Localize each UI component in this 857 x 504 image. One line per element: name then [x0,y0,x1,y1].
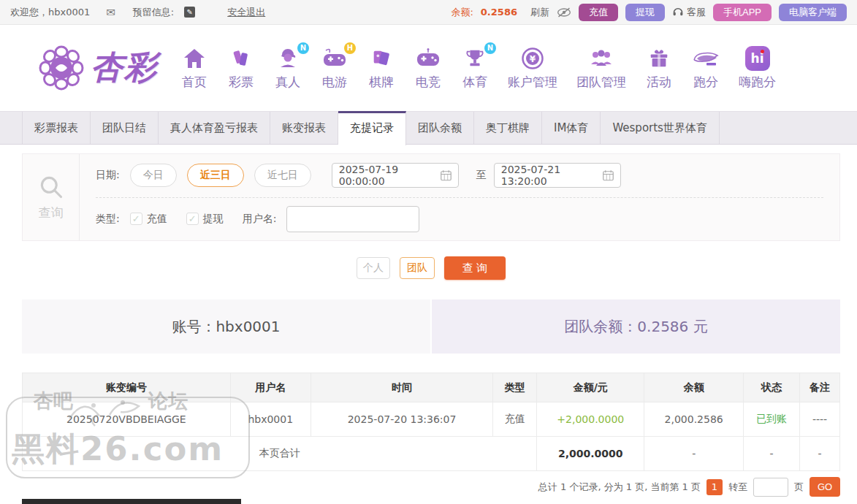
withdraw-button[interactable]: 提现 [625,4,665,21]
nav-label: 嗨跑分 [739,74,776,91]
pagination: 总计 1 个记录, 分为 1 页, 当前第 1 页 1 转至 页 GO [22,477,840,497]
team-balance-value: 0.2586 元 [637,317,707,337]
type-label: 类型: [96,213,120,226]
nav-item-lottery[interactable]: 彩票 [221,45,262,91]
recharge-checkbox[interactable]: ✓ [130,213,142,225]
nav-label: 电游 [322,74,347,91]
nav-item-esports[interactable]: 电竞 [408,45,449,91]
date-to-value: 2025-07-21 13:20:00 [501,164,603,187]
page-unit-label: 页 [794,481,804,494]
nav-label: 活动 [647,74,671,91]
main-nav: 首页 彩票 N 真人 H [174,45,782,91]
nav-item-team-management[interactable]: 团队管理 [570,45,633,91]
header-username: 用户名 [230,373,311,402]
total-status: - [744,437,800,471]
edit-icon[interactable]: ✎ [184,7,195,18]
username-label: 用户名: [243,213,277,226]
nav-label: 电竞 [416,74,441,91]
withdraw-checkbox[interactable]: ✓ [186,213,199,225]
hot-badge: H [344,42,356,54]
refresh-button[interactable]: 刷新 [530,6,549,19]
withdraw-checkbox-label: 提现 [203,213,224,226]
pc-client-button[interactable]: 电脑客户端 [779,4,847,21]
gift-icon [645,45,673,72]
goto-page-input[interactable] [753,478,788,497]
nav-item-boardgames[interactable]: 棋牌 [361,45,402,91]
header-balance: 余额 [644,373,744,402]
cell-change-id: 20250720VBDBEIAGGE [23,402,231,437]
page-1-button[interactable]: 1 [706,479,723,495]
total-amount: 2,000.0000 [537,437,644,471]
username-input[interactable] [286,206,419,232]
nav-item-hi-paofen[interactable]: hi 嗨跑分 [732,45,782,91]
search-icon [38,174,64,200]
team-button[interactable]: 团队 [400,257,435,279]
nav-item-promotions[interactable]: 活动 [639,45,679,91]
tab-lottery-report[interactable]: 彩票报表 [22,112,91,144]
tab-team-balance[interactable]: 团队余额 [406,112,474,144]
tab-deposit-withdraw-records[interactable]: 充提记录 [338,111,406,145]
recharge-button[interactable]: 充值 [579,4,618,21]
cards-icon [367,45,395,72]
tab-account-changes[interactable]: 账变报表 [270,112,338,144]
cell-type: 充值 [493,402,537,437]
header-note: 备注 [800,373,840,402]
nav-item-paofen[interactable]: 跑分 [685,45,726,91]
cell-balance: 2,000.2586 [644,402,744,437]
go-button[interactable]: GO [810,477,840,497]
summary-band: 账号： hbx0001 团队余额： 0.2586 元 [22,299,840,354]
welcome-text: 欢迎您，hbx0001 [10,6,90,19]
quick-today-button[interactable]: 今日 [130,164,177,187]
mail-icon[interactable]: ✉ [106,6,115,19]
quick-3days-button[interactable]: 近三日 [187,164,244,187]
header-amount: 金额/元 [537,373,644,402]
balance-value: 0.2586 [481,7,517,18]
cell-status: 已到账 [744,402,800,437]
search-label: 查询 [39,205,64,221]
recharge-checkbox-label: 充值 [147,213,167,226]
query-button[interactable]: 查 询 [444,256,506,280]
quick-7days-button[interactable]: 近七日 [254,164,311,187]
filter-panel: 查询 日期: 今日 近三日 近七日 2025-07-19 00:00:00 至 [22,153,840,241]
records-table: 账变编号 用户名 时间 类型 金额/元 余额 状态 备注 20250720VBD… [22,373,840,471]
nav-item-sports[interactable]: N 体育 [454,45,495,91]
tab-wesports[interactable]: Wesports世界体育 [601,112,720,144]
customer-service-label: 客服 [687,6,706,19]
date-to-input[interactable]: 2025-07-21 13:20:00 [494,163,621,188]
nav-label: 跑分 [693,74,718,91]
svg-text:¥: ¥ [530,53,536,64]
nav-item-live[interactable]: N 真人 [267,45,308,91]
search-block[interactable]: 查询 [23,154,80,240]
new-badge: N [484,42,496,54]
reserved-info-label: 预留信息: [133,6,174,19]
balance-label: 余额: [451,6,473,19]
headset-icon [672,7,684,18]
table-row: 20250720VBDBEIAGGE hbx0001 2025-07-20 13… [23,402,840,437]
account-value: hbx0001 [216,318,280,335]
flower-logo-icon [38,45,85,91]
customer-service-button[interactable]: 客服 [672,6,706,19]
eye-slash-icon[interactable] [557,7,571,18]
date-filter-row: 日期: 今日 近三日 近七日 2025-07-19 00:00:00 至 202… [96,154,823,198]
site-logo[interactable]: 杏彩 [38,45,158,91]
cell-note: ---- [800,402,840,437]
nav-item-egames[interactable]: H 电游 [314,45,355,91]
logout-link[interactable]: 安全退出 [227,6,265,19]
nav-item-account-management[interactable]: ¥ 账户管理 [501,45,564,91]
date-from-input[interactable]: 2025-07-19 00:00:00 [332,163,459,188]
nav-label: 体育 [462,74,487,91]
tab-team-daily[interactable]: 团队日结 [91,112,159,144]
table-header-row: 账变编号 用户名 时间 类型 金额/元 余额 状态 备注 [23,373,840,402]
tab-live-sports-pl[interactable]: 真人体育盈亏报表 [159,112,270,144]
nav-item-home[interactable]: 首页 [174,45,215,91]
header-status: 状态 [744,373,800,402]
personal-button[interactable]: 个人 [357,257,390,279]
tab-im-sports[interactable]: IM体育 [542,112,601,144]
tab-aoding-games[interactable]: 奥丁棋牌 [474,112,542,144]
mobile-app-button[interactable]: 手机APP [713,4,772,21]
type-filter-row: 类型: ✓ 充值 ✓ 提现 用户名: [96,198,823,241]
pagination-summary: 总计 1 个记录, 分为 1 页, 当前第 1 页 [538,481,701,494]
watermark-bottom-bar [22,499,241,504]
to-label: 至 [476,169,487,182]
rhino-icon [692,45,720,72]
